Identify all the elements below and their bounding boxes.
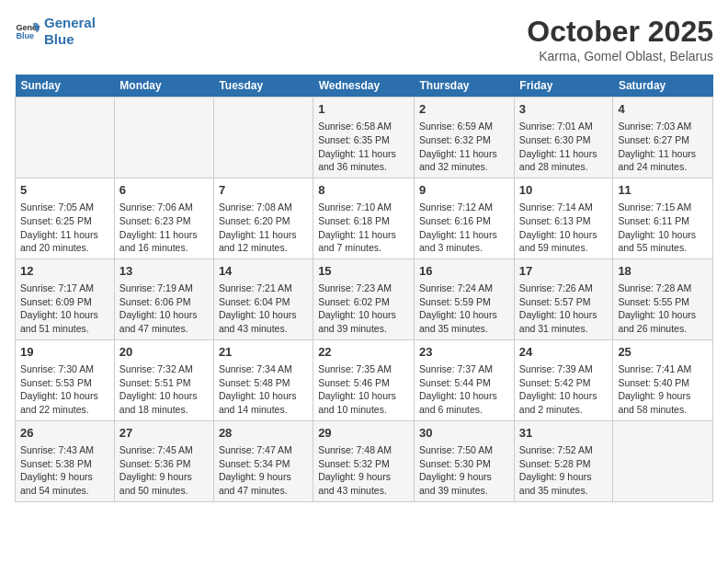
day-info: Sunset: 5:36 PM [119,457,209,471]
day-info: Daylight: 10 hours and 39 minutes. [318,308,409,335]
day-info: Daylight: 10 hours and 31 minutes. [519,308,609,335]
day-info: Sunrise: 7:43 AM [20,443,109,457]
day-number: 22 [318,344,409,361]
day-info: Sunset: 6:30 PM [519,133,609,147]
day-info: Sunrise: 7:39 AM [519,362,609,376]
location-subtitle: Karma, Gomel Oblast, Belarus [527,49,713,63]
calendar-week-row: 19Sunrise: 7:30 AMSunset: 5:53 PMDayligh… [16,339,713,420]
day-number: 24 [519,344,609,361]
day-number: 4 [618,101,708,118]
day-info: Daylight: 9 hours and 35 minutes. [519,470,609,497]
day-info: Sunrise: 6:59 AM [419,120,509,133]
day-info: Sunrise: 7:52 AM [519,443,609,457]
day-info: Sunrise: 7:48 AM [318,443,409,457]
day-number: 16 [419,263,509,280]
day-number: 30 [419,425,509,442]
calendar-cell: 30Sunrise: 7:50 AMSunset: 5:30 PMDayligh… [415,420,515,501]
calendar-week-row: 1Sunrise: 6:58 AMSunset: 6:35 PMDaylight… [16,98,713,178]
logo-text-general: General [44,15,96,31]
day-info: Sunrise: 7:26 AM [519,282,609,295]
calendar-cell: 19Sunrise: 7:30 AMSunset: 5:53 PMDayligh… [16,339,115,420]
calendar-cell: 10Sunrise: 7:14 AMSunset: 6:13 PMDayligh… [514,178,613,259]
day-info: Daylight: 9 hours and 54 minutes. [20,470,109,497]
day-info: Daylight: 9 hours and 39 minutes. [419,470,509,497]
day-info: Sunset: 5:38 PM [20,457,109,471]
day-info: Daylight: 10 hours and 26 minutes. [618,308,708,335]
header-thursday: Thursday [415,75,515,98]
day-info: Sunrise: 7:03 AM [618,120,708,133]
calendar-cell: 2Sunrise: 6:59 AMSunset: 6:32 PMDaylight… [415,98,515,178]
calendar-cell [16,98,115,178]
calendar-week-row: 5Sunrise: 7:05 AMSunset: 6:25 PMDaylight… [16,178,713,259]
day-info: Sunrise: 7:19 AM [119,282,209,295]
day-info: Sunset: 6:18 PM [318,214,409,228]
day-number: 14 [219,263,308,280]
day-info: Daylight: 11 hours and 3 minutes. [419,228,509,255]
day-number: 3 [519,101,609,118]
calendar-cell: 21Sunrise: 7:34 AMSunset: 5:48 PMDayligh… [213,339,313,420]
day-info: Sunrise: 7:32 AM [119,362,209,376]
day-number: 9 [419,182,509,199]
day-info: Sunset: 5:34 PM [219,457,308,471]
calendar-week-row: 26Sunrise: 7:43 AMSunset: 5:38 PMDayligh… [16,420,713,501]
day-number: 12 [20,263,109,280]
day-number: 28 [219,425,308,442]
calendar-cell: 12Sunrise: 7:17 AMSunset: 6:09 PMDayligh… [16,259,115,339]
day-info: Sunrise: 7:10 AM [318,201,409,214]
calendar-cell [213,98,313,178]
calendar-cell: 24Sunrise: 7:39 AMSunset: 5:42 PMDayligh… [514,339,613,420]
header-friday: Friday [514,75,613,98]
day-number: 19 [20,344,109,361]
day-info: Sunset: 5:53 PM [20,376,109,390]
day-info: Daylight: 10 hours and 51 minutes. [20,308,109,335]
day-info: Sunset: 5:42 PM [519,376,609,390]
day-number: 18 [618,263,708,280]
day-info: Daylight: 10 hours and 18 minutes. [119,389,209,416]
day-info: Sunset: 6:13 PM [519,214,609,228]
day-info: Sunset: 5:28 PM [519,457,609,471]
calendar-cell [114,98,213,178]
day-number: 5 [20,182,109,199]
calendar-cell: 3Sunrise: 7:01 AMSunset: 6:30 PMDaylight… [514,98,613,178]
day-number: 15 [318,263,409,280]
day-info: Sunrise: 7:47 AM [219,443,308,457]
calendar-cell: 5Sunrise: 7:05 AMSunset: 6:25 PMDaylight… [16,178,115,259]
day-info: Sunrise: 7:05 AM [20,201,109,214]
day-number: 17 [519,263,609,280]
day-number: 7 [219,182,308,199]
day-info: Daylight: 11 hours and 7 minutes. [318,228,409,255]
day-info: Daylight: 9 hours and 47 minutes. [219,470,308,497]
day-info: Sunrise: 7:41 AM [618,362,708,376]
day-info: Daylight: 11 hours and 20 minutes. [20,228,109,255]
day-info: Sunset: 6:04 PM [219,295,308,309]
calendar-cell: 13Sunrise: 7:19 AMSunset: 6:06 PMDayligh… [114,259,213,339]
day-info: Daylight: 10 hours and 47 minutes. [119,308,209,335]
day-info: Sunrise: 7:15 AM [618,201,708,214]
day-number: 1 [318,101,409,118]
day-info: Sunset: 6:16 PM [419,214,509,228]
day-info: Sunset: 6:09 PM [20,295,109,309]
day-info: Daylight: 11 hours and 12 minutes. [219,228,308,255]
day-info: Sunset: 5:48 PM [219,376,308,390]
day-info: Sunset: 6:23 PM [119,214,209,228]
header-sunday: Sunday [16,75,115,98]
calendar-cell: 14Sunrise: 7:21 AMSunset: 6:04 PMDayligh… [213,259,313,339]
calendar-cell: 1Sunrise: 6:58 AMSunset: 6:35 PMDaylight… [313,98,415,178]
day-info: Sunrise: 7:01 AM [519,120,609,133]
day-info: Sunrise: 7:21 AM [219,282,308,295]
day-info: Daylight: 9 hours and 43 minutes. [318,470,409,497]
day-number: 8 [318,182,409,199]
day-info: Daylight: 11 hours and 32 minutes. [419,147,509,174]
day-info: Sunrise: 7:08 AM [219,201,308,214]
day-info: Sunrise: 7:34 AM [219,362,308,376]
day-info: Sunrise: 7:24 AM [419,282,509,295]
day-info: Sunrise: 7:17 AM [20,282,109,295]
day-number: 10 [519,182,609,199]
day-number: 20 [119,344,209,361]
calendar-cell: 8Sunrise: 7:10 AMSunset: 6:18 PMDaylight… [313,178,415,259]
calendar-cell: 6Sunrise: 7:06 AMSunset: 6:23 PMDaylight… [114,178,213,259]
day-info: Sunrise: 7:37 AM [419,362,509,376]
day-info: Sunrise: 7:45 AM [119,443,209,457]
day-info: Sunrise: 7:23 AM [318,282,409,295]
day-info: Daylight: 11 hours and 28 minutes. [519,147,609,174]
